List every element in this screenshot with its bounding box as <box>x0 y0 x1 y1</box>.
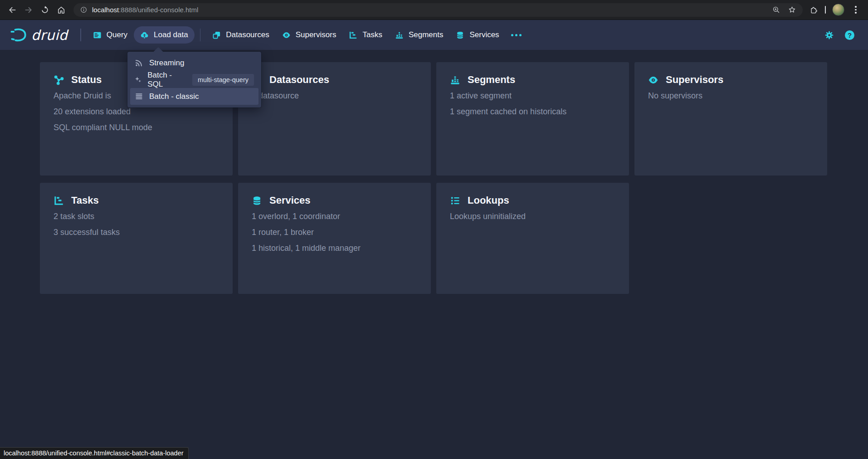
card-title: Supervisors <box>666 74 723 86</box>
back-button[interactable] <box>5 2 20 18</box>
menu-item-batch-classic[interactable]: Batch - classic <box>130 88 258 105</box>
nav-divider <box>200 29 201 41</box>
druid-header: druid Query Load data Datasources Superv… <box>0 20 868 50</box>
card-line: 1 segment cached on historicals <box>450 107 615 117</box>
home-button[interactable] <box>54 2 69 18</box>
card-lookups[interactable]: Lookups Lookups uninitialized <box>436 183 629 294</box>
nav-item-tasks[interactable]: Tasks <box>342 26 388 44</box>
card-line: 1 datasource <box>252 91 417 101</box>
nav-item-query[interactable]: Query <box>87 26 134 44</box>
card-services[interactable]: Services 1 overlord, 1 coordinator 1 rou… <box>238 183 431 294</box>
extensions-puzzle-icon[interactable] <box>810 5 819 14</box>
menu-item-label: Batch - classic <box>149 92 199 101</box>
nav-item-supervisors[interactable]: Supervisors <box>276 26 343 44</box>
multi-stage-query-tag: multi-stage-query <box>192 74 254 86</box>
back-arrow-icon <box>8 5 17 15</box>
card-title: Services <box>269 195 311 206</box>
nav-label: Datasources <box>226 30 269 39</box>
help-icon[interactable]: ? <box>845 30 854 40</box>
card-line: 1 active segment <box>450 91 615 101</box>
nav-item-services[interactable]: Services <box>449 26 505 44</box>
url-bar[interactable]: localhost:8888/unified-console.html <box>73 3 803 17</box>
card-title: Status <box>71 74 102 86</box>
menu-item-streaming[interactable]: Streaming <box>130 54 258 71</box>
info-icon[interactable] <box>80 6 88 14</box>
cloud-upload-icon <box>140 31 149 39</box>
card-supervisors[interactable]: Supervisors No supervisors <box>634 62 827 176</box>
card-line: 20 extensions loaded <box>54 107 219 117</box>
card-line: 2 task slots <box>54 212 219 221</box>
link-status-bubble: localhost:8888/unified-console.html#clas… <box>0 447 189 459</box>
graph-icon <box>54 75 64 85</box>
home-view: Status Apache Druid is 20 extensions loa… <box>0 50 868 459</box>
menu-item-batch-sql[interactable]: Batch - SQL multi-stage-query <box>130 71 258 88</box>
card-line: 3 successful tasks <box>54 228 219 237</box>
more-ellipsis-icon <box>511 34 522 36</box>
card-tasks[interactable]: Tasks 2 task slots 3 successful tasks <box>40 183 233 294</box>
url-host: localhost <box>92 6 119 14</box>
nav-label: Load data <box>154 30 188 39</box>
menu-item-label: Streaming <box>149 59 184 68</box>
reload-icon <box>40 5 49 15</box>
reload-button[interactable] <box>37 2 53 18</box>
card-datasources[interactable]: Datasources 1 datasource <box>238 62 431 176</box>
bookmark-star-icon[interactable] <box>788 5 796 14</box>
nav-more-button[interactable] <box>506 26 527 44</box>
forward-arrow-icon <box>24 5 33 15</box>
browser-toolbar: localhost:8888/unified-console.html <box>0 0 868 20</box>
gantt-icon <box>349 31 357 39</box>
card-segments[interactable]: Segments 1 active segment 1 segment cach… <box>436 62 629 176</box>
gear-icon[interactable] <box>824 30 834 40</box>
nav-label: Services <box>469 30 499 39</box>
nav-label: Segments <box>409 30 444 39</box>
druid-logo-icon <box>10 26 27 44</box>
gantt-icon <box>54 195 64 206</box>
link-status-text: localhost:8888/unified-console.html#clas… <box>4 449 184 457</box>
card-title: Tasks <box>71 195 99 206</box>
menu-item-label: Batch - SQL <box>147 71 181 89</box>
nav-label: Query <box>107 30 127 39</box>
datasources-icon <box>212 31 221 39</box>
sparkles-icon <box>135 75 141 84</box>
card-line: Lookups uninitialized <box>450 212 615 221</box>
segments-icon <box>395 31 404 39</box>
url-text: localhost:8888/unified-console.html <box>92 6 198 14</box>
database-icon <box>252 195 262 206</box>
card-title: Lookups <box>468 195 509 206</box>
card-line: 1 historical, 1 middle manager <box>252 244 417 253</box>
database-icon <box>456 31 464 39</box>
brand-wordmark: druid <box>31 27 68 43</box>
nav-item-segments[interactable]: Segments <box>389 26 450 44</box>
nav-item-load-data[interactable]: Load data <box>134 26 195 44</box>
chrome-menu-button[interactable] <box>851 4 861 16</box>
nav-divider <box>80 29 81 41</box>
feed-icon <box>135 59 143 67</box>
card-line: SQL compliant NULL mode <box>54 123 219 132</box>
stacked-lines-icon <box>135 92 143 101</box>
card-line: 1 router, 1 broker <box>252 228 417 237</box>
segments-icon <box>450 75 460 85</box>
card-line: No supervisors <box>648 91 814 101</box>
nav-label: Supervisors <box>296 30 336 39</box>
druid-brand[interactable]: druid <box>10 26 68 44</box>
url-path: :8888/unified-console.html <box>119 6 198 14</box>
properties-icon <box>450 195 460 206</box>
query-icon <box>93 31 102 39</box>
nav-item-datasources[interactable]: Datasources <box>206 26 275 44</box>
card-title: Segments <box>468 74 515 86</box>
home-icon <box>57 5 66 15</box>
profile-avatar[interactable] <box>832 4 844 16</box>
forward-button[interactable] <box>21 2 36 18</box>
eye-icon <box>282 31 291 39</box>
card-title: Datasources <box>269 74 329 86</box>
card-line: 1 overlord, 1 coordinator <box>252 212 417 221</box>
toolbar-divider <box>825 6 826 14</box>
load-data-menu: Streaming Batch - SQL multi-stage-query … <box>127 52 261 107</box>
eye-icon <box>648 75 658 85</box>
nav-label: Tasks <box>362 30 382 39</box>
zoom-magnifier-icon[interactable] <box>772 5 780 14</box>
